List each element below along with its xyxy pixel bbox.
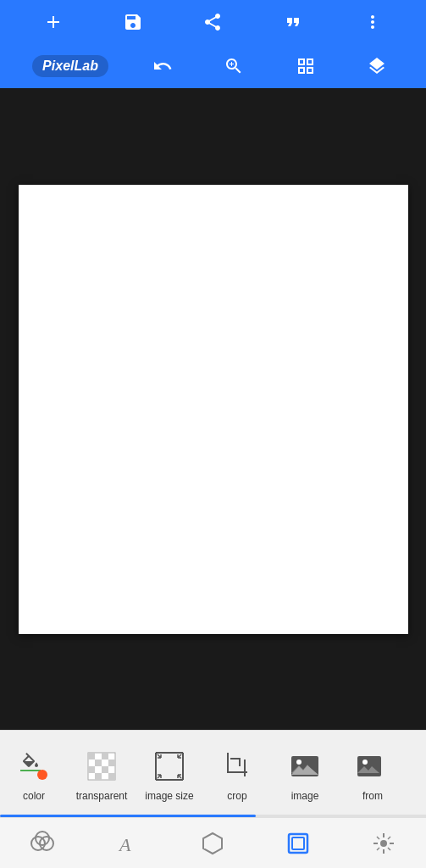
image-size-icon [151, 748, 188, 785]
svg-rect-2 [88, 753, 95, 760]
transparent-icon [83, 748, 120, 785]
canvas-area [0, 88, 426, 730]
text-nav-button[interactable]: A [107, 822, 149, 865]
color-tool[interactable]: color [0, 731, 68, 815]
color-icon [15, 748, 53, 785]
grid-button[interactable] [289, 49, 323, 83]
svg-rect-6 [88, 766, 95, 773]
svg-point-22 [362, 760, 368, 765]
svg-text:A: A [118, 834, 131, 855]
app-logo[interactable]: PixelLab [32, 55, 108, 77]
crop-icon [219, 748, 256, 785]
svg-rect-3 [102, 753, 108, 760]
crop-tool[interactable]: crop [203, 731, 271, 815]
color-label: color [23, 790, 45, 802]
more-button[interactable] [356, 5, 390, 39]
share-button[interactable] [196, 5, 230, 39]
quote-button[interactable] [276, 5, 310, 39]
image-label: image [291, 790, 319, 802]
svg-rect-8 [95, 773, 102, 780]
toolbar-row-1 [0, 0, 426, 44]
add-button[interactable] [36, 5, 70, 39]
image-size-tool[interactable]: image size [136, 731, 203, 815]
svg-rect-21 [357, 756, 381, 776]
from-label: from [362, 790, 383, 802]
layers-button[interactable] [360, 49, 394, 83]
design-canvas[interactable] [19, 185, 408, 634]
svg-rect-9 [108, 773, 115, 780]
svg-line-36 [388, 837, 390, 839]
toolbar-row-2: PixelLab [0, 44, 426, 88]
scroll-thumb [0, 815, 256, 817]
svg-line-37 [377, 848, 379, 850]
svg-point-0 [37, 770, 47, 780]
zoom-button[interactable] [217, 49, 251, 83]
image-tool[interactable]: image [271, 731, 339, 815]
from-icon [354, 748, 391, 785]
svg-line-34 [377, 837, 379, 839]
image-size-label: image size [145, 790, 193, 802]
effects-nav-button[interactable] [362, 822, 405, 865]
transparent-label: transparent [76, 790, 128, 802]
filters-nav-button[interactable] [21, 822, 64, 865]
svg-rect-5 [108, 760, 115, 766]
svg-rect-7 [102, 766, 108, 773]
transparent-tool[interactable]: transparent [68, 731, 136, 815]
bottom-tools: color transparent [0, 730, 426, 815]
top-toolbar: PixelLab [0, 0, 426, 88]
image-icon [286, 748, 324, 785]
save-button[interactable] [116, 5, 150, 39]
svg-line-35 [388, 848, 390, 850]
from-tool[interactable]: from [339, 731, 407, 815]
svg-point-38 [380, 840, 387, 847]
scroll-indicator [0, 815, 426, 817]
layers-nav-button[interactable] [277, 822, 319, 865]
crop-label: crop [227, 790, 246, 802]
shapes-nav-button[interactable] [191, 822, 234, 865]
svg-marker-27 [203, 833, 222, 854]
undo-button[interactable] [146, 49, 180, 83]
svg-point-20 [296, 760, 302, 765]
svg-rect-4 [95, 760, 102, 766]
bottom-nav: A [0, 817, 426, 868]
svg-rect-29 [292, 837, 304, 849]
